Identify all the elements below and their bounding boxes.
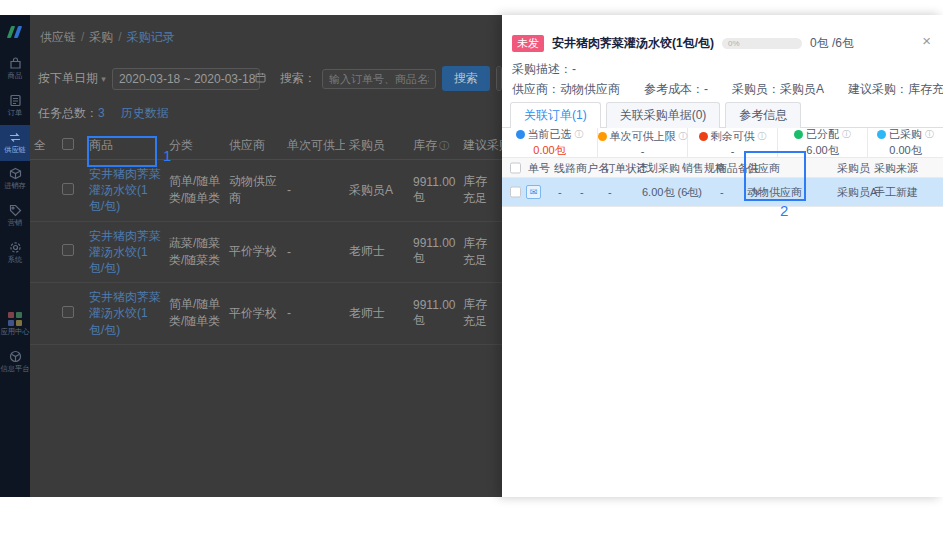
bag-icon (9, 57, 22, 70)
sidebar-item-app-center[interactable]: 应用中心 (0, 306, 30, 344)
app-grid-icon (8, 312, 22, 326)
related-orders-table: 单号 线路 商户名 订单状态 计划采购 销售规格 商品备注 供应商 采购员 采购… (502, 158, 943, 207)
info-icon: ⓘ (842, 128, 851, 141)
info-icon: ⓘ (439, 140, 449, 151)
col-route: 线路 (554, 160, 576, 175)
info-icon: ⓘ (679, 130, 688, 143)
table-row: 安井猪肉荠菜灌汤水饺(1包/包) 简单/随单类/随单类 平价学校 - 老师士 9… (30, 283, 502, 345)
category-cell: 蔬菜/随菜类/随菜类 (165, 221, 225, 283)
row-checkbox[interactable] (62, 306, 74, 318)
related-orders-header: 单号 线路 商户名 订单状态 计划采购 销售规格 商品备注 供应商 采购员 采购… (502, 158, 943, 178)
chevron-down-icon: ▾ (101, 74, 106, 84)
col-stock: 库存ⓘ (409, 132, 459, 160)
search-input[interactable] (322, 69, 436, 89)
filter-toolbar: 按下单日期 ▾ 2020-03-18 ~ 2020-03-18 搜索： 搜索 导… (38, 66, 502, 91)
cube-icon (9, 167, 22, 180)
sidebar-item-info-platform[interactable]: 信息平台 (0, 344, 30, 381)
drawer-meta: 供应商：动物供应商 参考成本：- 采购员：采购员A 建议采购：库存充足 (512, 81, 943, 98)
stat-current-selected: 当前已选ⓘ 0.00包 (502, 128, 598, 157)
status-badge: 未发 (512, 35, 544, 52)
info-icon: ⓘ (575, 128, 584, 141)
document-icon (9, 94, 22, 107)
buyer-cell: 老师士 (345, 283, 409, 345)
message-icon[interactable]: ✉ (526, 185, 541, 199)
date-type-dropdown[interactable]: 按下单日期 ▾ (38, 70, 106, 87)
suggest-cell: 库存充足 (459, 283, 502, 345)
yellow-dot-icon (598, 132, 607, 141)
annotation-box-2 (744, 151, 806, 201)
globe-icon (9, 350, 22, 363)
limit-cell: - (283, 160, 345, 222)
tab-reference-info[interactable]: 参考信息 (725, 102, 801, 128)
annotation-box-1 (87, 136, 157, 167)
buyer-cell: 采购员A (837, 185, 877, 200)
date-range-input[interactable]: 2020-03-18 ~ 2020-03-18 (112, 68, 260, 90)
sidebar-item-marketing[interactable]: 营销 (0, 198, 30, 235)
sidebar-item-inventory[interactable]: 进销存 (0, 161, 30, 198)
col-buyer: 采购员 (837, 160, 870, 175)
suggest-cell: 库存充足 (459, 221, 502, 283)
search-button[interactable]: 搜索 (442, 66, 490, 91)
blue-dot-icon (516, 130, 525, 139)
status-cell: - (608, 186, 612, 198)
table-row: ✉ - - - 6.00包 (6包) - - 动物供应商✎ 采购员A 手工新建 (502, 178, 943, 207)
history-data-link[interactable]: 历史数据 (121, 105, 169, 122)
stock-cell: 9911.00包 (409, 283, 459, 345)
supplier-cell: 平价学校 (225, 221, 283, 283)
product-link[interactable]: 安井猪肉荠菜灌汤水饺(1包/包) (89, 228, 161, 277)
green-dot-icon (794, 130, 803, 139)
drawer-tabs: 关联订单(1) 关联采购单据(0) 参考信息 (502, 101, 943, 128)
red-dot-icon (699, 132, 708, 141)
col-category: 分类 (165, 132, 225, 160)
col-buyer: 采购员 (345, 132, 409, 160)
sidebar-item-system[interactable]: 系统 (0, 235, 30, 272)
supplier-cell: 动物供应商 (225, 160, 283, 222)
row-checkbox[interactable] (510, 187, 521, 198)
product-link[interactable]: 安井猪肉荠菜灌汤水饺(1包/包) (89, 289, 161, 338)
info-icon: ⓘ (925, 128, 934, 141)
limit-cell: - (283, 283, 345, 345)
suggest-cell: 库存充足 (459, 160, 502, 222)
table-row: 安井猪肉荠菜灌汤水饺(1包/包) 简单/随单类/随单类 动物供应商 - 采购员A… (30, 160, 502, 222)
task-total: 任务总数：3 (38, 105, 105, 122)
app-logo (6, 25, 24, 39)
sidebar-item-orders[interactable]: 订单 (0, 88, 30, 125)
supplier-cell: 平价学校 (225, 283, 283, 345)
cyan-dot-icon (877, 130, 886, 139)
select-all-checkbox[interactable] (62, 138, 74, 150)
col-order-no: 单号 (528, 160, 550, 175)
product-detail-drawer: × 未发 安井猪肉荠菜灌汤水饺(1包/包) 0% 0包 /6包 采购描述：- 供… (502, 15, 943, 497)
meta-ref-cost: 参考成本：- (644, 81, 708, 98)
search-label: 搜索： (280, 70, 316, 87)
stock-cell: 9911.00包 (409, 221, 459, 283)
annotation-label-2: 2 (780, 202, 788, 219)
progress-bar: 0% (722, 38, 802, 49)
tab-related-purchase-docs[interactable]: 关联采购单据(0) (606, 102, 721, 128)
breadcrumb-supply-chain: 供应链 (40, 30, 76, 44)
col-suggest: 建议采购 (459, 132, 502, 160)
info-icon: ⓘ (758, 130, 767, 143)
page: 商品 订单 供应链 进销存 营销 (0, 0, 943, 542)
sidebar-item-supply-chain[interactable]: 供应链 (0, 125, 30, 162)
col-supplier: 供应商 (225, 132, 283, 160)
category-cell: 简单/随单类/随单类 (165, 283, 225, 345)
sidebar: 商品 订单 供应链 进销存 营销 (0, 15, 30, 497)
row-checkbox[interactable] (62, 183, 74, 195)
quantity-summary: 0包 /6包 (810, 35, 854, 52)
close-icon[interactable]: × (922, 33, 931, 48)
calendar-icon (255, 72, 266, 86)
sidebar-item-goods[interactable]: 商品 (0, 51, 30, 88)
buyer-cell: 采购员A (345, 160, 409, 222)
row-checkbox[interactable] (62, 244, 74, 256)
tag-icon (9, 204, 22, 217)
product-link[interactable]: 安井猪肉荠菜灌汤水饺(1包/包) (89, 166, 161, 215)
meta-supplier: 供应商：动物供应商 (512, 81, 620, 98)
tab-related-orders[interactable]: 关联订单(1) (510, 102, 601, 128)
select-all-checkbox[interactable] (510, 162, 521, 173)
breadcrumb: 供应链/采购/采购记录 (30, 15, 502, 46)
col-purchase-source: 采购来源 (874, 160, 918, 175)
breadcrumb-purchase-records: 采购记录 (127, 30, 175, 44)
route-cell: - (558, 186, 562, 198)
merchant-cell: - (580, 186, 584, 198)
task-summary: 任务总数：3 历史数据 (38, 105, 502, 122)
